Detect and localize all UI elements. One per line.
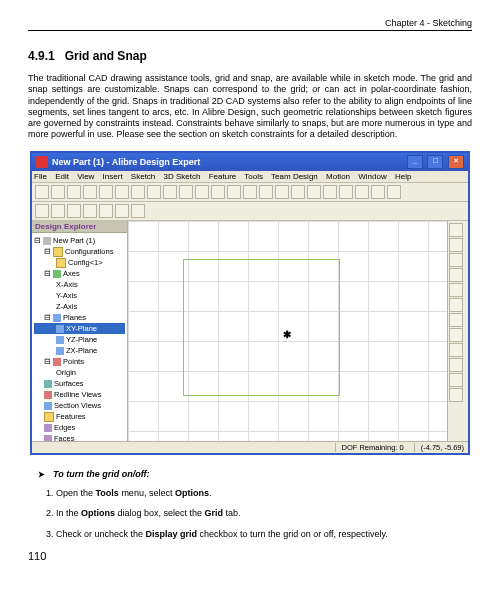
- tree-redline[interactable]: Redline Views: [34, 389, 125, 400]
- tree-planes[interactable]: ⊟ Planes: [34, 312, 125, 323]
- tree-section[interactable]: Section Views: [34, 400, 125, 411]
- tree-axes[interactable]: ⊟ Axes: [34, 268, 125, 279]
- toolbar-button[interactable]: [307, 185, 321, 199]
- tree-configurations[interactable]: ⊟ Configurations: [34, 246, 125, 257]
- instruction-step-3: Check or uncheck the Display grid checkb…: [56, 528, 472, 541]
- menu-window[interactable]: Window: [358, 172, 386, 181]
- maximize-button[interactable]: □: [427, 155, 443, 169]
- tree-xaxis[interactable]: X-Axis: [34, 279, 125, 290]
- toolbar-button[interactable]: [211, 185, 225, 199]
- menu-help[interactable]: Help: [395, 172, 411, 181]
- toolbar-button[interactable]: [131, 185, 145, 199]
- toolbar-button[interactable]: [371, 185, 385, 199]
- instruction-heading: To turn the grid on/off:: [38, 469, 472, 479]
- menu-3dsketch[interactable]: 3D Sketch: [164, 172, 201, 181]
- tree-root[interactable]: ⊟ New Part (1): [34, 235, 125, 246]
- toolbar-button[interactable]: [163, 185, 177, 199]
- section-name: Grid and Snap: [65, 49, 147, 63]
- menubar: File Edit View Insert Sketch 3D Sketch F…: [32, 171, 468, 183]
- section-title: 4.9.1Grid and Snap: [28, 49, 472, 63]
- toolbar-button[interactable]: [449, 328, 463, 342]
- tree-faces[interactable]: Faces: [34, 433, 125, 441]
- tree-edges[interactable]: Edges: [34, 422, 125, 433]
- toolbar-row-1: [32, 183, 468, 202]
- menu-teamdesign[interactable]: Team Design: [271, 172, 318, 181]
- tree-features[interactable]: Features: [34, 411, 125, 422]
- tree-surfaces[interactable]: Surfaces: [34, 378, 125, 389]
- tree-points[interactable]: ⊟ Points: [34, 356, 125, 367]
- toolbar-button[interactable]: [67, 204, 81, 218]
- chapter-header: Chapter 4 - Sketching: [28, 18, 472, 31]
- toolbar-button[interactable]: [51, 204, 65, 218]
- toolbar-button[interactable]: [131, 204, 145, 218]
- menu-feature[interactable]: Feature: [209, 172, 237, 181]
- tree-xyplane[interactable]: XY-Plane: [34, 323, 125, 334]
- tree-config1[interactable]: Config<1>: [34, 257, 125, 268]
- section-number: 4.9.1: [28, 49, 55, 63]
- tree-zaxis[interactable]: Z-Axis: [34, 301, 125, 312]
- menu-edit[interactable]: Edit: [55, 172, 69, 181]
- instruction-step-1: Open the Tools menu, select Options.: [56, 487, 472, 500]
- toolbar-button[interactable]: [449, 388, 463, 402]
- toolbar-button[interactable]: [387, 185, 401, 199]
- sketch-canvas[interactable]: ✱: [128, 221, 447, 441]
- body-paragraph: The traditional CAD drawing assistance t…: [28, 73, 472, 141]
- instruction-step-2: In the Options dialog box, select the Gr…: [56, 507, 472, 520]
- tree-yzplane[interactable]: YZ-Plane: [34, 334, 125, 345]
- status-dof: DOF Remaining: 0: [335, 443, 404, 452]
- toolbar-button[interactable]: [449, 223, 463, 237]
- toolbar-button[interactable]: [355, 185, 369, 199]
- close-button[interactable]: ×: [448, 155, 464, 169]
- toolbar-row-2: [32, 202, 468, 221]
- toolbar-button[interactable]: [99, 204, 113, 218]
- toolbar-button[interactable]: [147, 185, 161, 199]
- toolbar-button[interactable]: [67, 185, 81, 199]
- tree-yaxis[interactable]: Y-Axis: [34, 290, 125, 301]
- toolbar-button[interactable]: [449, 268, 463, 282]
- instruction-list: Open the Tools menu, select Options. In …: [28, 487, 472, 541]
- toolbar-button[interactable]: [449, 373, 463, 387]
- toolbar-button[interactable]: [83, 185, 97, 199]
- toolbar-button[interactable]: [449, 313, 463, 327]
- toolbar-button[interactable]: [291, 185, 305, 199]
- explorer-title: Design Explorer: [32, 221, 127, 233]
- toolbar-button[interactable]: [449, 238, 463, 252]
- menu-motion[interactable]: Motion: [326, 172, 350, 181]
- menu-file[interactable]: File: [34, 172, 47, 181]
- toolbar-button[interactable]: [449, 343, 463, 357]
- menu-view[interactable]: View: [77, 172, 94, 181]
- tree-origin[interactable]: Origin: [34, 367, 125, 378]
- toolbar-button[interactable]: [51, 185, 65, 199]
- tree-zxplane[interactable]: ZX-Plane: [34, 345, 125, 356]
- toolbar-button[interactable]: [323, 185, 337, 199]
- origin-marker: ✱: [283, 329, 291, 340]
- toolbar-button[interactable]: [83, 204, 97, 218]
- toolbar-button[interactable]: [339, 185, 353, 199]
- toolbar-button[interactable]: [115, 185, 129, 199]
- toolbar-button[interactable]: [195, 185, 209, 199]
- toolbar-button[interactable]: [35, 185, 49, 199]
- minimize-button[interactable]: _: [407, 155, 423, 169]
- toolbar-button[interactable]: [449, 253, 463, 267]
- toolbar-button[interactable]: [275, 185, 289, 199]
- toolbar-button[interactable]: [115, 204, 129, 218]
- toolbar-button[interactable]: [227, 185, 241, 199]
- menu-sketch[interactable]: Sketch: [131, 172, 155, 181]
- toolbar-button[interactable]: [99, 185, 113, 199]
- toolbar-button[interactable]: [35, 204, 49, 218]
- toolbar-button[interactable]: [179, 185, 193, 199]
- page-number: 110: [28, 550, 472, 562]
- toolbar-button[interactable]: [449, 283, 463, 297]
- right-toolbar: [447, 221, 468, 441]
- menu-tools[interactable]: Tools: [244, 172, 263, 181]
- status-coords: (-4.75, -5.69): [414, 443, 464, 452]
- menu-insert[interactable]: Insert: [103, 172, 123, 181]
- app-screenshot: New Part (1) - Alibre Design Expert _ □ …: [30, 151, 470, 455]
- explorer-tree[interactable]: ⊟ New Part (1) ⊟ Configurations Config<1…: [32, 233, 127, 441]
- sketch-plane-outline: [183, 259, 340, 396]
- toolbar-button[interactable]: [449, 298, 463, 312]
- toolbar-button[interactable]: [449, 358, 463, 372]
- toolbar-button[interactable]: [243, 185, 257, 199]
- window-buttons: _ □ ×: [405, 155, 464, 169]
- toolbar-button[interactable]: [259, 185, 273, 199]
